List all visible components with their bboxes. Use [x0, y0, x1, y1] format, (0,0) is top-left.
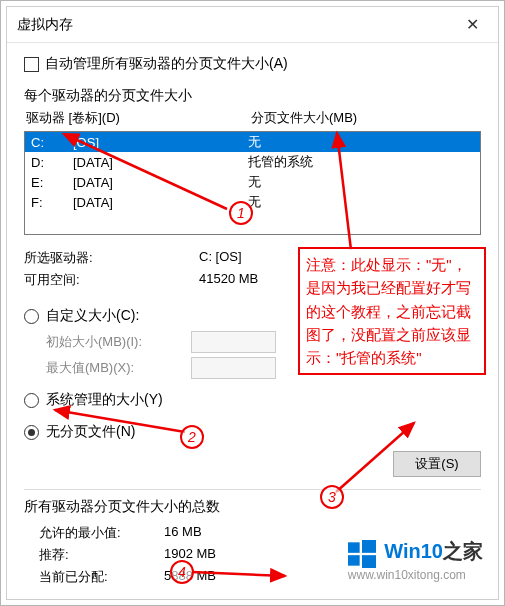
drive-letter: C:: [31, 135, 73, 150]
drive-label: [OS]: [73, 135, 248, 150]
total-cur-value: 5888 MB: [164, 568, 216, 590]
titlebar: 虚拟内存 ✕: [7, 7, 498, 43]
drive-row-c[interactable]: C: [OS] 无: [25, 132, 480, 152]
radio-none-icon: [24, 425, 39, 440]
drive-size: 无: [248, 133, 261, 151]
drive-size: 无: [248, 193, 261, 211]
header-drive: 驱动器 [卷标](D): [26, 109, 251, 127]
max-size-label: 最大值(MB)(X):: [46, 359, 191, 377]
watermark-text-2: 之家: [443, 540, 483, 562]
header-size: 分页文件大小(MB): [251, 109, 357, 127]
drive-label: [DATA]: [73, 195, 248, 210]
total-min-label: 允许的最小值:: [24, 524, 164, 546]
radio-system-icon: [24, 393, 39, 408]
drive-letter: D:: [31, 155, 73, 170]
svg-rect-6: [362, 540, 376, 553]
drive-letter: F:: [31, 195, 73, 210]
drive-row-e[interactable]: E: [DATA] 无: [25, 172, 480, 192]
radio-system-label: 系统管理的大小(Y): [46, 391, 163, 409]
totals-label: 所有驱动器分页文件大小的总数: [24, 498, 481, 516]
total-rec-value: 1902 MB: [164, 546, 216, 568]
set-button-label: 设置(S): [415, 455, 458, 473]
drive-size: 无: [248, 173, 261, 191]
svg-rect-5: [348, 542, 360, 553]
automanage-label: 自动管理所有驱动器的分页文件大小(A): [45, 55, 288, 73]
avail-space-label: 可用空间:: [24, 271, 199, 293]
drive-size: 托管的系统: [248, 153, 313, 171]
automanage-checkbox[interactable]: [24, 57, 39, 72]
watermark-text-1: Win10: [384, 540, 443, 562]
total-min-value: 16 MB: [164, 524, 202, 546]
initial-size-label: 初始大小(MB)(I):: [46, 333, 191, 351]
drive-label: [DATA]: [73, 155, 248, 170]
drive-row-f[interactable]: F: [DATA] 无: [25, 192, 480, 212]
initial-size-input: [191, 331, 276, 353]
windows-logo-icon: [348, 540, 376, 568]
per-drive-label: 每个驱动器的分页文件大小: [24, 87, 481, 105]
drive-letter: E:: [31, 175, 73, 190]
automanage-checkbox-row[interactable]: 自动管理所有驱动器的分页文件大小(A): [24, 55, 481, 73]
radio-no-paging[interactable]: 无分页文件(N): [24, 419, 481, 445]
total-cur-label: 当前已分配:: [24, 568, 164, 590]
radio-system-managed[interactable]: 系统管理的大小(Y): [24, 387, 481, 413]
radio-none-label: 无分页文件(N): [46, 423, 135, 441]
svg-rect-8: [362, 555, 376, 568]
drive-label: [DATA]: [73, 175, 248, 190]
set-button[interactable]: 设置(S): [393, 451, 481, 477]
close-icon: ✕: [466, 15, 479, 34]
annotation-note: 注意：此处显示："无"，是因为我已经配置好才写的这个教程，之前忘记截图了，没配置…: [298, 247, 486, 375]
drive-row-d[interactable]: D: [DATA] 托管的系统: [25, 152, 480, 172]
radio-custom-icon: [24, 309, 39, 324]
window-title: 虚拟内存: [17, 16, 452, 34]
drives-list[interactable]: C: [OS] 无 D: [DATA] 托管的系统 E: [DATA] 无 F:…: [24, 131, 481, 235]
watermark-url: www.win10xitong.com: [348, 568, 483, 582]
close-button[interactable]: ✕: [452, 11, 492, 39]
radio-custom-label: 自定义大小(C):: [46, 307, 139, 325]
total-rec-label: 推荐:: [24, 546, 164, 568]
max-size-input: [191, 357, 276, 379]
svg-rect-7: [348, 555, 360, 566]
watermark: Win10之家 www.win10xitong.com: [348, 538, 483, 582]
avail-space-value: 41520 MB: [199, 271, 258, 293]
drives-list-header: 驱动器 [卷标](D) 分页文件大小(MB): [24, 107, 481, 131]
selected-drive-label: 所选驱动器:: [24, 249, 199, 271]
selected-drive-value: C: [OS]: [199, 249, 242, 271]
